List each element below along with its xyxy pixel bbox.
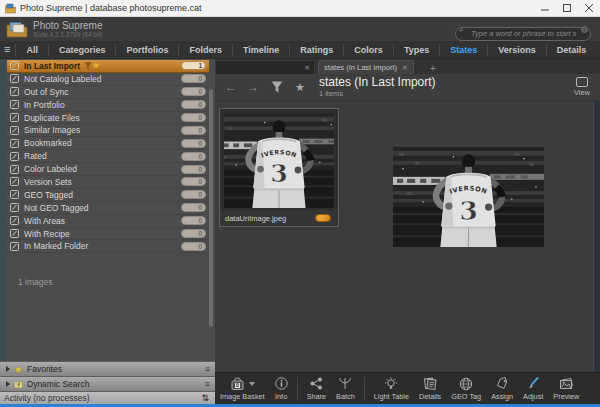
adjust-icon [527,377,540,390]
state-filter-label: Bookmarked [24,138,72,148]
nav-tab[interactable]: Ratings [289,44,343,56]
basket-count: 0 [236,382,239,388]
thumbnail-image[interactable] [224,113,334,208]
state-filter-row[interactable]: Duplicate Files ★ 0 [7,112,209,125]
basket-dropdown-caret[interactable] [249,382,255,386]
view-icon [576,77,588,87]
count-badge: 0 [181,126,206,135]
edit-checkbox-icon[interactable] [10,229,19,238]
favorites-panel-header[interactable]: Favorites ≡ [0,361,215,376]
info-button[interactable]: Info [270,373,293,404]
favorite-star-icon[interactable]: ★ [295,81,305,94]
image-count-summary: 1 images [18,277,53,287]
dynamic-search-panel-header[interactable]: Dynamic Search ≡ [0,376,215,391]
state-filter-label: Rated [24,151,47,161]
pinned-star-icon[interactable]: ★ [92,61,99,70]
state-filter-row[interactable]: Bookmarked ★ 0 [7,137,209,150]
nav-tab[interactable]: Folders [178,44,232,56]
edit-checkbox-icon[interactable] [10,190,19,199]
nav-tab[interactable]: Versions [487,44,546,56]
edit-checkbox-icon[interactable] [10,242,19,251]
state-filter-label: Not GEO Tagged [24,203,89,213]
favorites-label: Favorites [27,364,62,374]
edit-checkbox-icon[interactable] [10,139,19,148]
state-filter-label: In Portfolio [24,100,65,110]
close-button[interactable] [578,0,600,16]
edit-checkbox-icon[interactable] [10,61,19,70]
edit-checkbox-icon[interactable] [10,113,19,122]
nav-tab[interactable]: Types [393,44,439,56]
expand-arrow-icon[interactable] [6,381,10,387]
assign-button[interactable]: Assign [486,373,518,404]
batch-button[interactable]: Batch [331,373,360,404]
sidebar-scrollbar[interactable] [209,89,213,327]
collection-tab-label: states (In Last Import) [324,63,397,72]
nav-tab[interactable]: Portfolios [115,44,178,56]
states-collection-tab[interactable]: states (In Last Import) ✕ [318,60,414,74]
window-title: Photo Supreme | database photosupreme.ca… [20,3,201,13]
back-arrow-icon[interactable]: ← [225,80,237,94]
state-filter-row[interactable]: In Marked Folder ★ 0 [7,240,209,253]
version-badge[interactable] [315,214,331,222]
state-filter-row[interactable]: GEO Tagged ★ 0 [7,189,209,202]
geo-tag-button[interactable]: GEO Tag [446,373,486,404]
state-filter-row[interactable]: In Last Import ★ 1 [7,60,209,73]
activity-bar: Activity (no processes) ⇅ [0,391,215,404]
state-filter-row[interactable]: Similar Images ★ 0 [7,124,209,137]
details-button[interactable]: Details [414,373,446,404]
close-tab-icon[interactable]: ✕ [402,64,408,72]
state-filter-row[interactable]: Version Sets ★ 0 [7,176,209,189]
edit-checkbox-icon[interactable] [10,100,19,109]
view-button[interactable]: View [574,77,590,97]
state-filter-row[interactable]: With Recipe ★ 0 [7,228,209,241]
nav-tab[interactable]: Colors [343,44,393,56]
search-go-button[interactable] [581,26,588,33]
state-filter-row[interactable]: Color Labeled ★ 0 [7,163,209,176]
edit-checkbox-icon[interactable] [10,165,19,174]
forward-arrow-icon[interactable]: → [247,80,259,94]
light-table-button[interactable]: Light Table [369,373,414,404]
minimize-button[interactable] [534,0,556,16]
preview-button[interactable]: Preview [548,373,584,404]
filter-funnel-icon[interactable] [271,81,283,93]
edit-checkbox-icon[interactable] [10,152,19,161]
nav-tab[interactable]: States [439,44,487,56]
favorites-menu-icon[interactable]: ≡ [205,364,210,374]
adjust-button[interactable]: Adjust [518,373,548,404]
state-filter-row[interactable]: With Areas ★ 0 [7,215,209,228]
dynamic-search-menu-icon[interactable]: ≡ [205,379,210,389]
nav-tab[interactable]: Timeline [232,44,289,56]
hamburger-menu-icon[interactable]: ≡ [4,44,10,55]
main-nav-bar: ≡ All Categories Portfolios Folders Time… [0,41,600,59]
search-input[interactable] [455,27,591,41]
state-filter-row[interactable]: In Portfolio ★ 0 [7,99,209,112]
activity-updown-icon[interactable]: ⇅ [201,393,209,403]
share-button[interactable]: Share [302,373,331,404]
edit-checkbox-icon[interactable] [10,87,19,96]
nav-tab[interactable]: Details [546,44,597,56]
collection-header: ← → ★ states (In Last Import) 1 items Vi… [215,74,600,101]
share-icon [309,377,323,390]
add-tab-icon[interactable]: + [430,63,436,74]
edit-checkbox-icon[interactable] [10,177,19,186]
preview-image[interactable] [393,147,544,247]
close-tab-icon[interactable]: ✕ [304,64,310,72]
nav-tab[interactable]: Categories [48,44,116,56]
nav-tab[interactable]: All [15,44,48,56]
edit-checkbox-icon[interactable] [10,74,19,83]
edit-checkbox-icon[interactable] [10,126,19,135]
state-filter-row[interactable]: Not GEO Tagged ★ 0 [7,202,209,215]
maximize-button[interactable] [556,0,578,16]
state-filter-row[interactable]: Out of Sync ★ 0 [7,86,209,99]
empty-collection-tab[interactable]: ✕ [215,60,315,74]
edit-checkbox-icon[interactable] [10,203,19,212]
expand-arrow-icon[interactable] [6,366,10,372]
count-badge: 0 [181,152,206,161]
image-basket-button[interactable]: 0 Image Basket [215,373,270,404]
edit-checkbox-icon[interactable] [10,216,19,225]
count-badge: 0 [181,242,206,251]
content-scrollbar[interactable] [593,101,600,372]
thumbnail-card[interactable]: dataUriImage.jpeg [219,108,339,227]
state-filter-row[interactable]: Rated ★ 0 [7,150,209,163]
state-filter-row[interactable]: Not Catalog Labeled ★ 0 [7,73,209,86]
